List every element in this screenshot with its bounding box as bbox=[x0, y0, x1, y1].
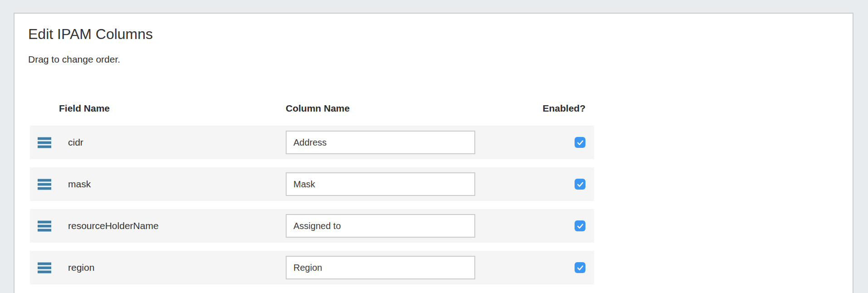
enabled-cell bbox=[575, 262, 594, 273]
header-field-name: Field Name bbox=[59, 103, 278, 114]
column-rows: cidr mask bbox=[30, 126, 594, 284]
drag-handle-icon[interactable] bbox=[38, 137, 51, 148]
field-name-label: resourceHolderName bbox=[59, 220, 278, 231]
column-name-cell bbox=[278, 131, 522, 154]
drag-handle-bar bbox=[38, 229, 51, 232]
enabled-cell bbox=[575, 220, 594, 231]
column-name-cell bbox=[278, 214, 522, 238]
column-name-input[interactable] bbox=[286, 172, 475, 196]
columns-table: Field Name Column Name Enabled? cidr bbox=[30, 100, 594, 284]
drag-handle-bar bbox=[38, 266, 51, 269]
drag-handle-bar bbox=[38, 262, 51, 265]
column-row: region bbox=[30, 251, 594, 284]
field-name-label: cidr bbox=[59, 137, 278, 148]
drag-handle-icon[interactable] bbox=[38, 220, 51, 232]
header-enabled: Enabled? bbox=[522, 103, 594, 114]
drag-handle-bar bbox=[38, 183, 51, 186]
field-name-label: region bbox=[59, 262, 278, 273]
field-name-label: mask bbox=[59, 179, 278, 190]
enabled-cell bbox=[575, 179, 594, 190]
column-name-cell bbox=[278, 256, 522, 279]
column-name-input[interactable] bbox=[286, 131, 475, 154]
header-column-name: Column Name bbox=[278, 103, 522, 114]
table-header-row: Field Name Column Name Enabled? bbox=[30, 100, 594, 117]
drag-handle-icon[interactable] bbox=[38, 262, 51, 273]
enabled-checkbox[interactable] bbox=[575, 262, 585, 273]
column-name-cell bbox=[278, 172, 522, 196]
drag-handle-bar bbox=[38, 270, 51, 273]
drag-handle-bar bbox=[38, 187, 51, 190]
column-name-input[interactable] bbox=[286, 214, 475, 238]
drag-handle-bar bbox=[38, 145, 51, 148]
drag-handle-bar bbox=[38, 179, 51, 182]
edit-ipam-columns-card: Edit IPAM Columns Drag to change order. … bbox=[14, 13, 853, 293]
column-name-input[interactable] bbox=[286, 256, 475, 279]
drag-handle-bar bbox=[38, 141, 51, 144]
drag-handle-icon[interactable] bbox=[38, 179, 51, 190]
drag-handle-bar bbox=[38, 220, 51, 224]
checkmark-icon bbox=[576, 222, 584, 230]
enabled-cell bbox=[575, 137, 594, 148]
checkmark-icon bbox=[576, 139, 584, 146]
checkmark-icon bbox=[576, 181, 584, 188]
column-row: mask bbox=[30, 167, 594, 201]
column-row: cidr bbox=[30, 126, 594, 159]
drag-handle-bar bbox=[38, 137, 51, 140]
page-title: Edit IPAM Columns bbox=[28, 26, 839, 42]
checkmark-icon bbox=[576, 264, 584, 272]
enabled-checkbox[interactable] bbox=[575, 179, 585, 190]
enabled-checkbox[interactable] bbox=[575, 220, 585, 231]
drag-handle-bar bbox=[38, 225, 51, 228]
column-row: resourceHolderName bbox=[30, 209, 594, 243]
enabled-checkbox[interactable] bbox=[575, 137, 585, 148]
page-subtitle: Drag to change order. bbox=[28, 53, 839, 65]
